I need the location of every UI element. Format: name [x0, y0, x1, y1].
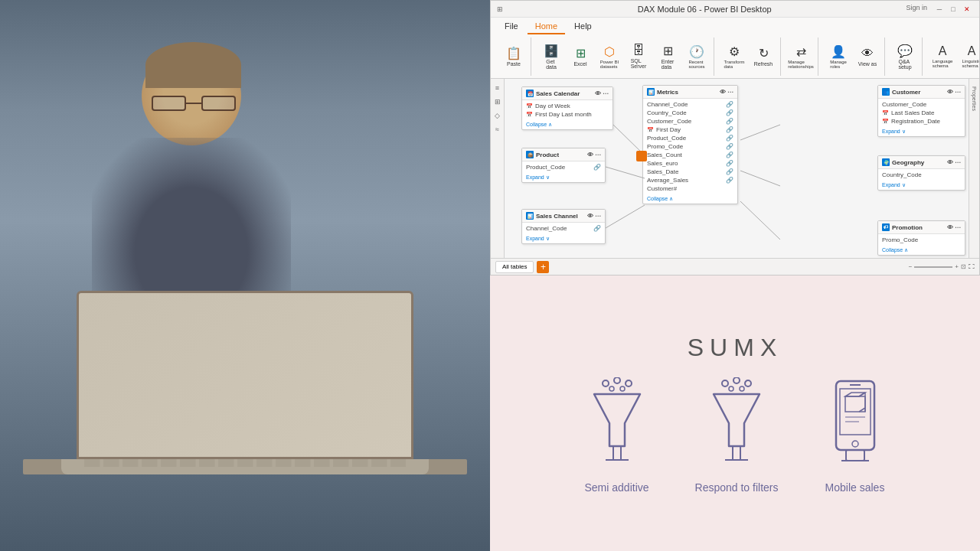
paste-button[interactable]: 📋 Paste: [500, 39, 528, 74]
metrics-table-icon: 📊: [647, 88, 655, 96]
enter-data-button[interactable]: ⊞ Enterdata: [654, 39, 681, 74]
table-card-promotion[interactable]: 🏷 Promotion 👁 ⋯ Promo_Code: [877, 220, 965, 256]
zoom-slider[interactable]: [914, 266, 952, 268]
customer-more-icon[interactable]: ⋯: [955, 89, 961, 96]
metrics-eye-icon[interactable]: 👁: [720, 89, 726, 96]
linguistic-icon: A: [968, 44, 976, 58]
table-card-customer[interactable]: 👥 Customer 👁 ⋯ Customer_Code: [877, 85, 965, 137]
geography-eye-icon[interactable]: 👁: [947, 159, 953, 166]
ribbon-tab-help[interactable]: Help: [567, 19, 599, 34]
data-view-icon[interactable]: ⊞: [492, 96, 504, 108]
sales-channel-eye-icon[interactable]: 👁: [587, 213, 593, 220]
pbi-datasets-label: Power BIdatasets: [600, 60, 619, 69]
window-buttons[interactable]: Sign in ─ □ ✕: [906, 4, 973, 15]
field-channel-code-sc: Channel_Code 🔗: [526, 224, 601, 233]
metrics-title: Metrics: [657, 89, 678, 96]
table-header-sales-calendar: 📅 Sales Calendar 👁 ⋯: [522, 87, 612, 100]
field-sales-date: Sales_Date 🔗: [647, 168, 733, 176]
zoom-in-button[interactable]: +: [955, 263, 959, 270]
svg-rect-18: [733, 446, 740, 460]
manage-relationships-button[interactable]: ⇄ Managerelationships: [787, 39, 815, 74]
product-expand[interactable]: Expand ∨: [522, 173, 605, 182]
sales-calendar-actions[interactable]: 👁 ⋯: [595, 90, 609, 97]
metrics-more-icon[interactable]: ⋯: [727, 89, 733, 96]
metrics-collapse[interactable]: Collapse ∧: [643, 194, 737, 204]
sign-in-label[interactable]: Sign in: [906, 4, 927, 15]
manage-roles-icon: 👤: [831, 44, 846, 59]
transform-data-button[interactable]: ⚙ Transformdata: [720, 39, 748, 74]
pbi-datasets-icon: ⬡: [604, 44, 615, 59]
report-view-icon[interactable]: ≡: [492, 82, 504, 94]
customer-actions[interactable]: 👁 ⋯: [947, 89, 961, 96]
pbi-datasets-button[interactable]: ⬡ Power BIdatasets: [596, 39, 623, 74]
linguistic-schema-button[interactable]: A Linguisticschema: [958, 39, 980, 74]
product-table-icon: 📦: [526, 151, 534, 158]
sales-calendar-eye-icon[interactable]: 👁: [595, 90, 601, 97]
maximize-button[interactable]: □: [947, 4, 959, 15]
calendar-icon: 📅: [526, 103, 533, 109]
sales-euro-icon: 🔗: [726, 160, 733, 167]
all-tables-tab[interactable]: All tables: [495, 261, 534, 273]
add-tab-button[interactable]: +: [537, 261, 549, 273]
title-bar: ⊞ DAX Module 06 - Power BI Desktop Sign …: [491, 1, 979, 18]
geography-more-icon[interactable]: ⋯: [955, 159, 961, 166]
fullscreen-icon[interactable]: ⛶: [969, 263, 975, 270]
sales-channel-actions[interactable]: 👁 ⋯: [587, 213, 601, 220]
last-sales-cal-icon: 📅: [882, 110, 889, 116]
promotion-more-icon[interactable]: ⋯: [955, 224, 961, 231]
excel-button[interactable]: ⊞ Excel: [567, 39, 594, 74]
sales-channel-title: Sales Channel: [536, 213, 578, 220]
product-code-link-icon: 🔗: [726, 135, 733, 142]
minimize-button[interactable]: ─: [933, 4, 946, 15]
field-day-of-week-label: Day of Week: [535, 103, 570, 109]
table-card-geography[interactable]: 🌍 Geography 👁 ⋯ Country_Code: [877, 155, 965, 191]
product-actions[interactable]: 👁 ⋯: [587, 152, 601, 158]
dax-query-icon[interactable]: ≈: [492, 123, 504, 135]
geography-actions[interactable]: 👁 ⋯: [947, 159, 961, 166]
first-day-cal-icon: 📅: [647, 127, 654, 133]
sales-channel-expand[interactable]: Expand ∨: [522, 234, 605, 243]
table-header-product: 📦 Product 👁 ⋯: [522, 148, 605, 161]
promotion-collapse[interactable]: Collapse ∧: [878, 246, 965, 255]
customer-eye-icon[interactable]: 👁: [947, 89, 953, 96]
metrics-actions[interactable]: 👁 ⋯: [720, 89, 733, 96]
properties-sidebar: Properties: [969, 79, 979, 258]
sql-button[interactable]: 🗄 SQLServer: [625, 39, 652, 74]
manage-roles-button[interactable]: 👤 Manageroles: [825, 39, 852, 74]
customer-expand[interactable]: Expand ∨: [878, 127, 965, 136]
language-schema-button[interactable]: A Languageschema: [929, 39, 956, 74]
schema-canvas[interactable]: 📅 Sales Calendar 👁 ⋯ 📅: [505, 79, 969, 258]
country-code-label: Country_Code: [647, 109, 687, 116]
sales-count-label: Sales_Count: [647, 152, 682, 158]
sales-calendar-more-icon[interactable]: ⋯: [603, 90, 609, 97]
channel-code-label: Channel_Code: [647, 101, 688, 108]
zoom-out-button[interactable]: −: [909, 263, 913, 270]
svg-point-9: [609, 386, 614, 391]
qa-setup-button[interactable]: 💬 Q&Asetup: [891, 39, 919, 74]
sales-channel-more-icon[interactable]: ⋯: [595, 213, 601, 220]
refresh-button[interactable]: ↻ Refresh: [750, 39, 777, 74]
table-card-sales-channel[interactable]: 📊 Sales Channel 👁 ⋯ Channel_Code: [521, 209, 606, 244]
geography-expand[interactable]: Expand ∨: [878, 181, 965, 190]
fit-icon[interactable]: ⊡: [961, 263, 966, 270]
product-more-icon[interactable]: ⋯: [595, 152, 601, 158]
promotion-actions[interactable]: 👁 ⋯: [947, 224, 961, 231]
sales-count-icon: 🔗: [726, 152, 733, 158]
country-code-g-label: Country_Code: [882, 171, 922, 178]
ribbon-tab-home[interactable]: Home: [528, 19, 565, 34]
sales-calendar-collapse[interactable]: Collapse ∧: [522, 120, 612, 129]
table-card-sales-calendar[interactable]: 📅 Sales Calendar 👁 ⋯ 📅: [521, 86, 613, 130]
model-view-icon[interactable]: ◇: [492, 109, 504, 122]
recent-sources-button[interactable]: 🕐 Recentsources: [683, 39, 710, 74]
close-button[interactable]: ✕: [961, 4, 973, 15]
ribbon-tab-file[interactable]: File: [497, 19, 526, 34]
table-card-metrics[interactable]: 📊 Metrics 👁 ⋯ Channel_Code 🔗: [642, 85, 738, 204]
product-eye-icon[interactable]: 👁: [587, 152, 593, 158]
get-data-button[interactable]: 🗄️ Getdata: [537, 39, 565, 74]
respond-to-filters-funnel-icon: [706, 377, 767, 469]
promo-code-label: Promo_Code: [647, 143, 683, 150]
customer-code-c-label: Customer_Code: [882, 101, 926, 108]
view-as-button[interactable]: 👁 View as: [854, 39, 881, 74]
table-card-product[interactable]: 📦 Product 👁 ⋯ Product_Code 🔗: [521, 148, 606, 183]
promotion-eye-icon[interactable]: 👁: [947, 224, 953, 231]
